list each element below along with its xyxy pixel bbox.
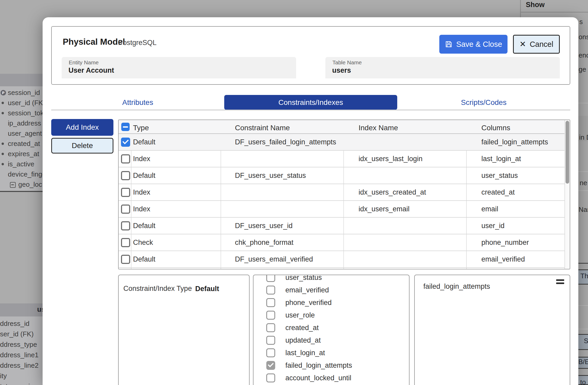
background-text-fragment: in D [579, 133, 588, 141]
row-checkbox[interactable] [121, 255, 130, 264]
background-row-line [578, 329, 588, 329]
table-row[interactable]: Index idx_users_created_at created_at [119, 184, 565, 201]
row-checkbox[interactable] [121, 238, 130, 247]
option-checkbox[interactable] [266, 323, 275, 332]
entity-attribute-row: ddress_line1 [0, 350, 43, 360]
table-row[interactable]: Default DF_users_failed_login_attempts f… [119, 134, 565, 151]
option-checkbox[interactable] [266, 311, 275, 320]
tab-attributes[interactable]: Attributes [51, 95, 224, 110]
bullet-icon [2, 163, 4, 165]
background-text-fragment: ons [579, 33, 588, 41]
tab-constraints-indexes[interactable]: Constraints/Indexes [224, 95, 397, 110]
delete-button[interactable]: Delete [51, 138, 113, 154]
column-header-constraint-name[interactable]: Constraint Name [235, 124, 290, 132]
entity-name-label: Entity Name [69, 59, 99, 66]
dialog-title: Physical Model [63, 37, 125, 47]
entity-attribute-row: ddress_id [0, 318, 43, 329]
table-row[interactable]: Check chk_phone_format phone_number [119, 234, 565, 251]
table-header-row: Type Constraint Name Index Name Columns [119, 120, 570, 134]
option-checkbox-checked[interactable] [266, 361, 275, 370]
background-entity-header: us [0, 303, 43, 316]
option-checkbox[interactable] [266, 286, 275, 295]
table-row[interactable]: Index idx_users_email email [119, 201, 565, 218]
selected-columns-panel: failed_login_attempts [414, 275, 570, 385]
background-entity-sessions: Psession_id user_id (FK) session_tok ip_… [0, 86, 43, 192]
close-icon: ✕ [520, 40, 526, 48]
background-text-fragment: ne [580, 179, 587, 187]
primary-key-icon: P [1, 90, 6, 95]
entity-attribute-row: is_active [0, 159, 43, 169]
background-show-label: Show [526, 1, 545, 9]
background-divider [520, 12, 588, 13]
cancel-label: Cancel [530, 40, 553, 49]
collapse-icon [10, 182, 16, 188]
table-row[interactable]: Default DF_users_user_status user_status [119, 167, 565, 184]
entity-attribute-row: user_id (FK) [0, 98, 43, 108]
entity-name-field[interactable]: Entity Name User Account [62, 57, 296, 78]
option-checkbox[interactable] [266, 336, 275, 345]
column-option[interactable]: email_verified [253, 286, 410, 295]
column-option[interactable]: account_locked_until [253, 373, 410, 382]
background-row-line [578, 190, 588, 191]
background-text-fragment: ge [579, 65, 586, 73]
table-row[interactable]: Index idx_users_last_login last_login_at [119, 151, 565, 167]
constraint-type-label: Constraint/Index Type [123, 285, 192, 293]
tab-scripts-codes[interactable]: Scripts/Codes [397, 95, 570, 110]
column-option[interactable]: phone_verified [253, 298, 410, 307]
row-checkbox[interactable] [121, 221, 130, 230]
table-name-value: users [332, 66, 351, 75]
background-text-fragment: S [584, 337, 588, 345]
bullet-icon [2, 143, 4, 145]
background-text-fragment: s [579, 18, 583, 26]
selected-column-item[interactable]: failed_login_attempts [423, 282, 490, 291]
option-checkbox[interactable] [266, 298, 275, 307]
column-option[interactable]: last_login_at [253, 348, 410, 357]
background-entity-addresses: ddress_id ser_id (FK) ddress_type ddress… [0, 316, 43, 385]
row-checkbox[interactable] [121, 188, 130, 197]
column-option[interactable]: failed_login_attempts [253, 361, 410, 370]
row-checkbox[interactable] [121, 205, 130, 214]
column-option[interactable]: created_at [253, 323, 410, 332]
row-checkbox[interactable] [121, 138, 130, 147]
drag-handle-icon[interactable] [556, 279, 564, 284]
option-checkbox[interactable] [266, 275, 275, 282]
save-close-button[interactable]: Save & Close [439, 35, 508, 54]
bullet-icon [2, 153, 4, 155]
column-header-type[interactable]: Type [133, 124, 149, 132]
background-text-fragment: enc [579, 51, 588, 59]
column-option[interactable]: user_status [253, 275, 410, 282]
column-option[interactable]: user_role [253, 311, 410, 320]
table-name-field[interactable]: Table Name users [325, 57, 560, 78]
table-scrollbar[interactable] [564, 120, 570, 269]
column-option[interactable]: updated_at [253, 336, 410, 345]
scrollbar-thumb[interactable] [566, 121, 569, 184]
dialog-subtitle: PostgreSQL [118, 39, 157, 47]
tab-bar-divider [51, 110, 570, 110]
select-all-checkbox[interactable] [121, 123, 130, 131]
row-checkbox[interactable] [121, 171, 130, 180]
column-header-index-name[interactable]: Index Name [359, 124, 398, 132]
option-checkbox[interactable] [266, 373, 275, 382]
bullet-icon [2, 102, 4, 104]
background-text-fragment: B/E [578, 358, 588, 366]
table-row[interactable]: Default DF_users_user_id user_id [119, 218, 565, 234]
add-index-button[interactable]: Add Index [51, 119, 113, 136]
entity-attribute-row: geo_loc [0, 179, 43, 190]
entity-attribute-row: ity [0, 371, 43, 381]
entity-attribute-row: user_agent [0, 128, 43, 139]
option-checkbox[interactable] [266, 348, 275, 357]
constraint-type-panel: Constraint/Index Type Default [118, 275, 250, 385]
background-row-line [578, 263, 588, 264]
entity-attribute-row: Psession_id [0, 88, 43, 98]
background-text-fragment: Nar [579, 206, 588, 214]
save-close-label: Save & Close [456, 40, 502, 49]
entity-attribute-row: tate_province [0, 381, 43, 385]
table-row[interactable]: Default DF_users_email_verified email_ve… [119, 251, 565, 268]
row-checkbox[interactable] [121, 154, 130, 163]
entity-attribute-row: ddress_line2 [0, 360, 43, 371]
entity-name-value: User Account [68, 66, 114, 75]
entity-attribute-row: session_tok [0, 108, 43, 118]
cancel-button[interactable]: ✕ Cancel [513, 35, 560, 54]
column-header-columns[interactable]: Columns [481, 124, 510, 132]
entity-attribute-row: ddress_type [0, 339, 43, 350]
